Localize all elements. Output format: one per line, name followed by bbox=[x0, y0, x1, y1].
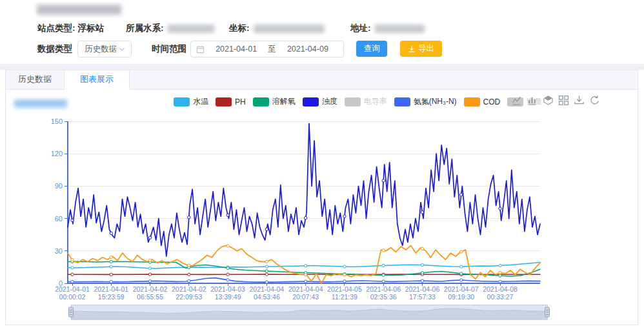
svg-text:60: 60 bbox=[55, 215, 63, 223]
tab-bar: 历史数据 图表展示 bbox=[6, 70, 638, 90]
svg-text:2021-04-02: 2021-04-02 bbox=[133, 285, 168, 293]
chart-plot-area[interactable] bbox=[68, 121, 540, 283]
date-range-picker[interactable]: 2021-04-01 至 2021-04-09 bbox=[190, 41, 344, 57]
svg-text:17:57:33: 17:57:33 bbox=[409, 293, 436, 301]
field-coordinates: 坐标: bbox=[229, 23, 325, 34]
svg-text:2021-04-04: 2021-04-04 bbox=[250, 285, 285, 293]
datazoom-slider[interactable] bbox=[71, 305, 547, 319]
export-button[interactable]: 导出 bbox=[400, 41, 442, 57]
data-type-label: 数据类型 bbox=[37, 43, 72, 55]
svg-text:11:21:39: 11:21:39 bbox=[332, 293, 357, 301]
svg-text:00:33:27: 00:33:27 bbox=[487, 293, 514, 301]
export-button-label: 导出 bbox=[418, 43, 434, 54]
field-water-system: 所属水系: bbox=[126, 23, 214, 34]
water-system-value-blurred bbox=[168, 25, 214, 33]
query-button[interactable]: 查询 bbox=[356, 41, 387, 57]
svg-text:30: 30 bbox=[55, 247, 63, 255]
date-start-input[interactable]: 2021-04-01 bbox=[206, 45, 267, 54]
data-type-select[interactable]: 历史数据 bbox=[77, 41, 132, 57]
svg-text:2021-04-06: 2021-04-06 bbox=[366, 285, 401, 293]
time-range-label: 时间范围 bbox=[152, 43, 186, 55]
svg-text:00:00:02: 00:00:02 bbox=[59, 293, 86, 301]
address-label: 地址: bbox=[350, 23, 371, 34]
field-station-type: 站点类型: 浮标站 bbox=[37, 23, 104, 34]
download-icon bbox=[408, 45, 416, 53]
data-type-selected-value: 历史数据 bbox=[85, 44, 117, 55]
svg-text:2021-04-07: 2021-04-07 bbox=[444, 285, 479, 293]
svg-text:13:39:49: 13:39:49 bbox=[215, 293, 241, 301]
station-header: 站点类型: 浮标站 所属水系: 坐标: 地址: 数据类型 历史数据 时间范围 bbox=[0, 0, 644, 64]
svg-text:90: 90 bbox=[55, 182, 63, 190]
svg-text:2021-04-05: 2021-04-05 bbox=[327, 285, 362, 293]
field-address: 地址: bbox=[350, 23, 425, 34]
station-type-value: 浮标站 bbox=[78, 23, 105, 34]
coordinates-label: 坐标: bbox=[229, 23, 250, 34]
svg-text:2021-04-06: 2021-04-06 bbox=[405, 285, 440, 293]
svg-text:09:19:30: 09:19:30 bbox=[448, 293, 474, 301]
svg-text:150: 150 bbox=[51, 117, 63, 125]
station-type-label: 站点类型: bbox=[37, 23, 75, 34]
water-system-label: 所属水系: bbox=[126, 23, 164, 34]
svg-text:2021-04-02: 2021-04-02 bbox=[172, 285, 206, 293]
date-separator: 至 bbox=[267, 44, 277, 55]
chart-card: 水温PH溶解氧浊度电导率氨氮(NH₃-N)COD电量 0306090120150… bbox=[6, 90, 638, 326]
date-end-input[interactable]: 2021-04-09 bbox=[277, 45, 338, 54]
svg-text:04:53:46: 04:53:46 bbox=[254, 293, 280, 301]
svg-text:2021-04-01: 2021-04-01 bbox=[55, 285, 90, 293]
svg-text:06:55:55: 06:55:55 bbox=[137, 293, 163, 301]
calendar-icon bbox=[196, 45, 205, 54]
chevron-down-icon bbox=[118, 45, 126, 53]
header-divider bbox=[0, 64, 644, 70]
svg-text:2021-04-08: 2021-04-08 bbox=[483, 285, 518, 293]
svg-text:2021-04-03: 2021-04-03 bbox=[210, 285, 245, 293]
svg-text:120: 120 bbox=[51, 150, 63, 157]
tab-chart-display[interactable]: 图表展示 bbox=[65, 70, 130, 90]
water-quality-dashboard: 站点类型: 浮标站 所属水系: 坐标: 地址: 数据类型 历史数据 时间范围 bbox=[0, 0, 644, 333]
svg-text:22:09:53: 22:09:53 bbox=[176, 293, 202, 301]
svg-text:15:23:59: 15:23:59 bbox=[98, 293, 125, 301]
coordinates-value-blurred bbox=[254, 25, 325, 33]
svg-text:2021-04-04: 2021-04-04 bbox=[288, 285, 323, 293]
station-name-blurred bbox=[37, 5, 121, 15]
content-panel: 历史数据 图表展示 水温PH溶解氧浊度电导率氨氮(NH₃-N)COD电量 030… bbox=[5, 70, 638, 325]
tab-history-data[interactable]: 历史数据 bbox=[6, 70, 65, 89]
svg-text:02:35:36: 02:35:36 bbox=[370, 293, 397, 301]
svg-text:20:07:43: 20:07:43 bbox=[292, 293, 319, 301]
svg-text:2021-04-01: 2021-04-01 bbox=[94, 285, 128, 293]
address-value-blurred bbox=[375, 25, 425, 33]
